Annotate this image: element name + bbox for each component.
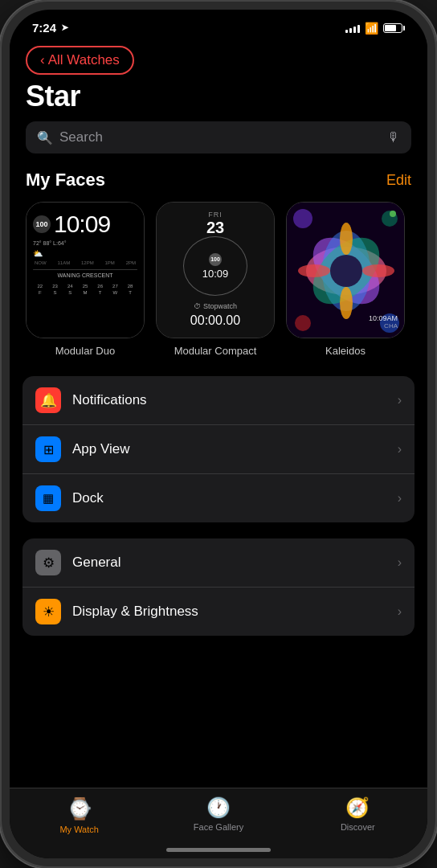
face-gallery-label: Face Gallery [194, 822, 243, 832]
display-brightness-label: Display & Brightness [72, 604, 386, 620]
app-view-chevron-icon: › [398, 442, 402, 457]
settings-item-display-brightness[interactable]: ☀ Display & Brightness › [22, 588, 415, 636]
mc-dial: 100 10:09 [183, 236, 247, 296]
md-time: 10:09 [54, 211, 110, 238]
tab-discover[interactable]: 🧭 Discover [288, 796, 427, 832]
dock-label: Dock [72, 490, 386, 506]
face-card-modular-duo: 100 10:09 72° 88° L:64° ⛅ 🌤 ☀ ☀ ☀ [26, 202, 145, 338]
my-watch-icon: ⌚ [67, 796, 92, 821]
kal-time-label: 10:09AM CHA [369, 314, 398, 330]
mc-inner-badge: 100 [209, 253, 222, 266]
phone-frame: 7:24 ➤ 📶 [0, 0, 437, 868]
signal-icon [345, 23, 360, 33]
settings-group-2: ⚙ General › ☀ Display & Brightness › [22, 538, 415, 636]
bottom-spacer [10, 652, 427, 668]
general-icon: ⚙ [43, 555, 55, 571]
tab-bar: ⌚ My Watch 🕐 Face Gallery 🧭 Discover [10, 788, 427, 858]
face-gallery-icon: 🕐 [206, 796, 231, 819]
location-arrow-icon: ➤ [61, 23, 68, 33]
mic-icon[interactable]: 🎙 [387, 130, 400, 145]
md-calendar-days: F S S M T W T [33, 290, 137, 295]
md-moon-phase: WANING CRESCENT [33, 272, 137, 278]
mc-stopwatch-row: ⏱ Stopwatch [194, 302, 237, 310]
face-label-modular-compact: Modular Compact [174, 345, 257, 357]
display-brightness-icon: ☀ [43, 604, 55, 620]
settings-item-notifications[interactable]: 🔔 Notifications › [22, 376, 415, 425]
md-calendar-grid: 22 23 24 25 26 27 28 [33, 284, 137, 289]
md-weather-icons: ⛅ 🌤 ☀ ☀ ☀ [33, 249, 137, 258]
search-icon: 🔍 [37, 130, 53, 145]
status-left: 7:24 ➤ [32, 21, 68, 35]
back-button-wrap: ‹ All Watches [10, 39, 427, 76]
kal-green-indicator [390, 211, 396, 217]
home-indicator [166, 848, 271, 852]
app-view-label: App View [72, 441, 386, 457]
app-view-icon: ⊞ [43, 442, 54, 457]
svg-point-8 [298, 264, 330, 277]
svg-point-5 [330, 255, 362, 287]
dock-icon-wrap: ▦ [35, 485, 61, 511]
face-item-kaleidoscope[interactable]: 10:09AM CHA Kaleidos [286, 202, 405, 357]
faces-carousel: 100 10:09 72° 88° L:64° ⛅ 🌤 ☀ ☀ ☀ [10, 202, 427, 376]
md-weather: 72° 88° L:64° [33, 240, 137, 247]
all-watches-back-button[interactable]: ‹ All Watches [26, 46, 134, 75]
mc-day: FRI [206, 211, 224, 219]
my-faces-title: My Faces [26, 170, 105, 190]
svg-point-10 [293, 209, 312, 228]
discover-icon: 🧭 [345, 796, 370, 819]
settings-item-app-view[interactable]: ⊞ App View › [22, 425, 415, 474]
notch [162, 10, 275, 29]
settings-group-1: 🔔 Notifications › ⊞ App View › ▦ D [22, 376, 415, 522]
main-content: ‹ All Watches Star 🔍 Search 🎙 My Faces E… [10, 39, 427, 788]
back-chevron-icon: ‹ [40, 52, 45, 68]
mc-stopwatch-label: Stopwatch [203, 302, 237, 310]
notifications-chevron-icon: › [398, 393, 402, 407]
svg-point-12 [295, 315, 311, 331]
battery-icon [383, 23, 405, 33]
tab-face-gallery[interactable]: 🕐 Face Gallery [149, 796, 288, 832]
app-view-icon-wrap: ⊞ [35, 436, 61, 462]
general-label: General [72, 555, 386, 571]
settings-item-general[interactable]: ⚙ General › [22, 538, 415, 588]
mc-date-num: 23 [206, 219, 224, 237]
dock-chevron-icon: › [398, 491, 402, 506]
back-button-label: All Watches [48, 52, 120, 68]
general-icon-wrap: ⚙ [35, 550, 61, 575]
face-label-modular-duo: Modular Duo [55, 345, 115, 357]
face-card-kaleidoscope: 10:09AM CHA [286, 202, 405, 338]
general-chevron-icon: › [398, 555, 402, 570]
status-time: 7:24 [32, 21, 56, 35]
md-badge: 100 [33, 215, 51, 233]
mc-inner-time: 10:09 [202, 268, 229, 280]
status-right: 📶 [345, 22, 405, 35]
search-bar[interactable]: 🔍 Search 🎙 [26, 121, 411, 154]
discover-label: Discover [341, 822, 375, 832]
display-brightness-icon-wrap: ☀ [35, 599, 61, 624]
tab-my-watch[interactable]: ⌚ My Watch [10, 796, 149, 834]
edit-button[interactable]: Edit [386, 172, 411, 189]
page-title: Star [10, 76, 427, 121]
phone-screen: 7:24 ➤ 📶 [10, 10, 427, 858]
svg-point-7 [340, 287, 353, 319]
notifications-label: Notifications [72, 392, 386, 408]
svg-point-6 [340, 223, 353, 255]
mc-timer: 00:00.00 [190, 313, 240, 328]
my-faces-header: My Faces Edit [10, 170, 427, 202]
display-brightness-chevron-icon: › [398, 604, 402, 619]
notifications-icon: 🔔 [40, 392, 57, 409]
notifications-icon-wrap: 🔔 [35, 387, 61, 413]
my-watch-label: My Watch [59, 825, 99, 834]
face-label-kaleidoscope: Kaleidos [325, 345, 366, 357]
face-item-modular-compact[interactable]: FRI 23 100 10:09 ⏱ Stopwatch 00 [156, 202, 275, 357]
svg-point-9 [362, 264, 394, 277]
dock-icon: ▦ [43, 491, 54, 506]
settings-item-dock[interactable]: ▦ Dock › [22, 474, 415, 522]
wifi-icon: 📶 [365, 22, 378, 35]
face-item-modular-duo[interactable]: 100 10:09 72° 88° L:64° ⛅ 🌤 ☀ ☀ ☀ [26, 202, 145, 357]
search-placeholder: Search [59, 129, 381, 145]
face-card-modular-compact: FRI 23 100 10:09 ⏱ Stopwatch 00 [156, 202, 275, 338]
